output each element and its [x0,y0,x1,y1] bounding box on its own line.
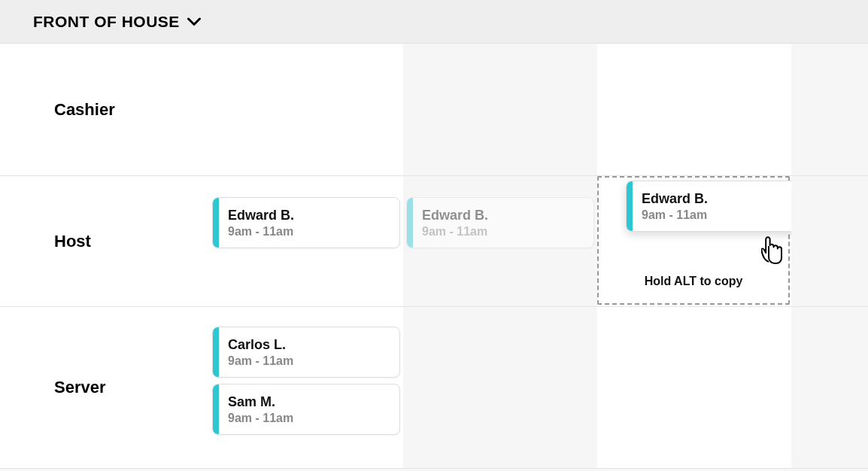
server-day-1[interactable]: Carlos L. 9am - 11am Sam M. 9am - 11am [209,307,403,469]
shift-name: Edward B. [422,208,488,223]
shift-time: 9am - 11am [228,225,294,239]
shift-name: Sam M. [228,394,293,410]
shift-name: Edward B. [228,208,294,223]
shift-time: 9am - 11am [422,225,488,239]
shift-card-dragging[interactable]: Edward B. 9am - 11am [626,181,805,232]
cashier-day-1[interactable] [209,44,403,176]
section-dropdown[interactable]: FRONT OF HOUSE [33,13,201,31]
drop-hint-text: Hold ALT to copy [599,275,788,288]
section-header: FRONT OF HOUSE [0,0,868,44]
shift-card[interactable]: Sam M. 9am - 11am [212,384,400,435]
role-label-server: Server [0,307,209,469]
host-day-4[interactable] [791,176,868,307]
schedule-grid: Cashier Host Edward B. 9am - 11am [0,44,868,469]
pointer-cursor-icon [761,236,784,266]
shift-name: Carlos L. [228,337,293,353]
shift-accent [213,384,219,434]
shift-card-ghost[interactable]: Edward B. 9am - 11am [406,197,594,248]
host-day-1[interactable]: Edward B. 9am - 11am [209,176,403,307]
server-day-3[interactable] [597,307,791,469]
shift-accent [213,327,219,377]
shift-name: Edward B. [642,191,708,207]
cashier-day-3[interactable] [597,44,791,176]
role-label-cashier: Cashier [0,44,209,176]
role-label-host: Host [0,176,209,307]
section-title-text: FRONT OF HOUSE [33,13,180,31]
shift-accent [627,181,633,231]
shift-card[interactable]: Edward B. 9am - 11am [212,197,400,248]
drop-zone[interactable]: Edward B. 9am - 11am Hold ALT to copy [597,176,790,305]
shift-accent [213,198,219,248]
server-day-4[interactable] [791,307,868,469]
server-day-2[interactable] [403,307,597,469]
host-day-3[interactable]: Edward B. 9am - 11am Hold ALT to copy [597,176,791,307]
chevron-down-icon [187,17,201,26]
shift-card[interactable]: Carlos L. 9am - 11am [212,327,400,378]
cashier-day-2[interactable] [403,44,597,176]
host-day-2[interactable]: Edward B. 9am - 11am [403,176,597,307]
shift-time: 9am - 11am [228,354,293,368]
shift-accent [407,198,413,248]
shift-time: 9am - 11am [642,208,708,222]
shift-time: 9am - 11am [228,412,293,425]
cashier-day-4[interactable] [791,44,868,176]
